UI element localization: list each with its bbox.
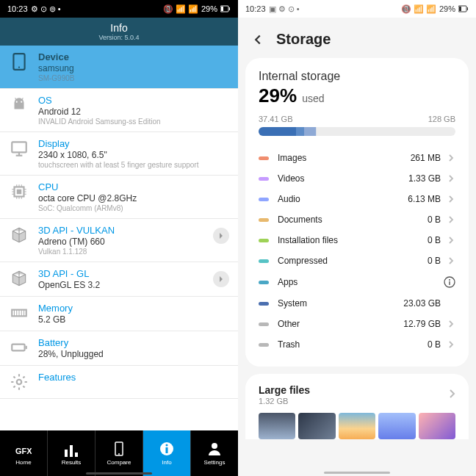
category-dot: [259, 177, 269, 181]
used-size: 37.41 GB: [259, 115, 292, 123]
category-list: Images261 MBVideos1.33 GBAudio6.13 MBDoc…: [259, 148, 455, 355]
row-title: Battery: [38, 337, 229, 348]
row-detail: SM-G990B: [38, 74, 229, 82]
thumbnail-strip: [259, 413, 455, 439]
category-size: 0 B: [428, 256, 441, 266]
row-detail: touchscreen with at least 5 finger gestu…: [38, 161, 229, 169]
thumbnail[interactable]: [419, 413, 455, 439]
usage-segment: [316, 127, 317, 136]
category-label: Trash: [278, 339, 428, 350]
chevron-right-icon: [447, 215, 455, 224]
internal-storage-title: Internal storage: [259, 70, 455, 83]
category-label: Images: [278, 153, 411, 163]
size-row: 37.41 GB 128 GB: [259, 115, 455, 123]
row-title: OS: [38, 95, 229, 106]
gesture-bar: [324, 472, 390, 474]
category-size: 12.79 GB: [403, 319, 441, 329]
svg-rect-16: [26, 346, 27, 349]
thumbnail[interactable]: [298, 413, 335, 439]
settings-icon: [206, 441, 223, 457]
category-system: System23.03 GB: [259, 293, 455, 314]
row-detail: SoC: Qualcomm (ARMv8): [38, 204, 229, 212]
info-icon[interactable]: [444, 276, 455, 288]
status-bar: 10:23 ▣ ⚙ ⊙ • 📵 📶 📶 29%: [238, 0, 476, 18]
usage-segment: [296, 127, 304, 136]
info-row-memory[interactable]: Memory5.2 GB: [0, 297, 238, 331]
android-icon: [9, 95, 29, 115]
info-row-device[interactable]: DevicesamsungSM-G990B: [0, 46, 238, 89]
svg-rect-29: [459, 7, 461, 11]
category-label: Compressed: [278, 256, 428, 266]
nav-compare[interactable]: Compare: [95, 430, 143, 476]
back-button[interactable]: [250, 32, 266, 48]
info-list[interactable]: DevicesamsungSM-G990BOSAndroid 12INVALID…: [0, 46, 238, 430]
thumbnail[interactable]: [339, 413, 375, 439]
svg-rect-13: [17, 190, 22, 195]
category-dot: [259, 218, 269, 222]
svg-rect-15: [12, 345, 24, 351]
gesture-bar: [86, 472, 152, 475]
status-right-icons: 📵 📶 📶: [163, 4, 198, 14]
nav-settings[interactable]: Settings: [191, 430, 238, 476]
row-title: 3D API - GL: [38, 268, 213, 279]
svg-rect-19: [65, 450, 68, 457]
compare-icon: [111, 441, 127, 457]
category-label: Apps: [278, 277, 438, 287]
category-label: Other: [278, 319, 403, 329]
category-dot: [259, 198, 269, 201]
category-installation-files[interactable]: Installation files0 B: [259, 230, 455, 250]
monitor-icon: [9, 138, 29, 159]
nav-home[interactable]: GFXHome: [0, 430, 48, 476]
info-row-os[interactable]: OSAndroid 12INVALID Android Samsung-ss E…: [0, 89, 238, 132]
category-dot: [259, 281, 269, 284]
svg-rect-26: [166, 447, 168, 453]
large-files-title: Large files: [259, 384, 455, 396]
category-size: 1.33 GB: [408, 173, 441, 184]
svg-rect-2: [229, 7, 230, 10]
status-battery: 29%: [439, 4, 455, 13]
row-value: Adreno (TM) 660: [38, 237, 213, 247]
category-compressed[interactable]: Compressed0 B: [259, 250, 455, 271]
category-size: 0 B: [428, 339, 441, 350]
chevron-right-icon: [447, 174, 455, 183]
info-row-3d-api-gl[interactable]: 3D API - GLOpenGL ES 3.2: [0, 262, 238, 297]
nav-info[interactable]: Info: [143, 430, 191, 476]
nav-label: Results: [62, 459, 82, 466]
nav-results[interactable]: Results: [48, 430, 95, 476]
thumbnail[interactable]: [259, 413, 295, 439]
large-files-card[interactable]: Large files 1.32 GB: [245, 374, 469, 439]
category-videos[interactable]: Videos1.33 GB: [259, 168, 455, 189]
row-value: 5.2 GB: [38, 314, 229, 325]
category-apps[interactable]: Apps: [259, 271, 455, 293]
info-row-cpu[interactable]: CPUocta core CPU @2.8GHzSoC: Qualcomm (A…: [0, 176, 238, 219]
category-audio[interactable]: Audio6.13 MB: [259, 189, 455, 209]
category-documents[interactable]: Documents0 B: [259, 209, 455, 230]
info-row-3d-api-vulkan[interactable]: 3D API - VULKANAdreno (TM) 660Vulkan 1.1…: [0, 219, 238, 262]
info-row-battery[interactable]: Battery28%, Unplugged: [0, 331, 238, 366]
row-title: Device: [38, 51, 229, 62]
category-trash[interactable]: Trash0 B: [259, 334, 455, 355]
category-other[interactable]: Other12.79 GB: [259, 314, 455, 334]
status-time: 10:23: [7, 4, 28, 13]
chip-icon: [9, 181, 29, 202]
home-icon: GFX: [15, 441, 32, 457]
info-row-features[interactable]: Features: [0, 366, 238, 399]
category-dot: [259, 259, 269, 263]
nav-label: Info: [162, 459, 171, 466]
info-row-display[interactable]: Display2340 x 1080, 6.5"touchscreen with…: [0, 132, 238, 176]
category-size: 0 B: [428, 235, 441, 245]
svg-rect-1: [221, 7, 223, 11]
category-dot: [259, 322, 269, 326]
category-images[interactable]: Images261 MB: [259, 148, 455, 168]
category-dot: [259, 343, 269, 347]
gear-icon: [9, 372, 29, 392]
internal-storage-card: Internal storage 29% used 37.41 GB 128 G…: [245, 58, 469, 367]
chevron-right-icon: [213, 228, 229, 244]
thumbnail[interactable]: [378, 413, 415, 439]
row-value: 2340 x 1080, 6.5": [38, 150, 229, 160]
svg-rect-33: [449, 281, 450, 285]
gfxbench-info-screen: 10:23 ⚙ ⊙ ⊚ • 📵 📶 📶 29% Info Version: 5.…: [0, 0, 238, 476]
app-header: Info Version: 5.0.4: [0, 18, 238, 46]
row-detail: Vulkan 1.1.128: [38, 248, 213, 256]
status-battery: 29%: [201, 4, 217, 13]
